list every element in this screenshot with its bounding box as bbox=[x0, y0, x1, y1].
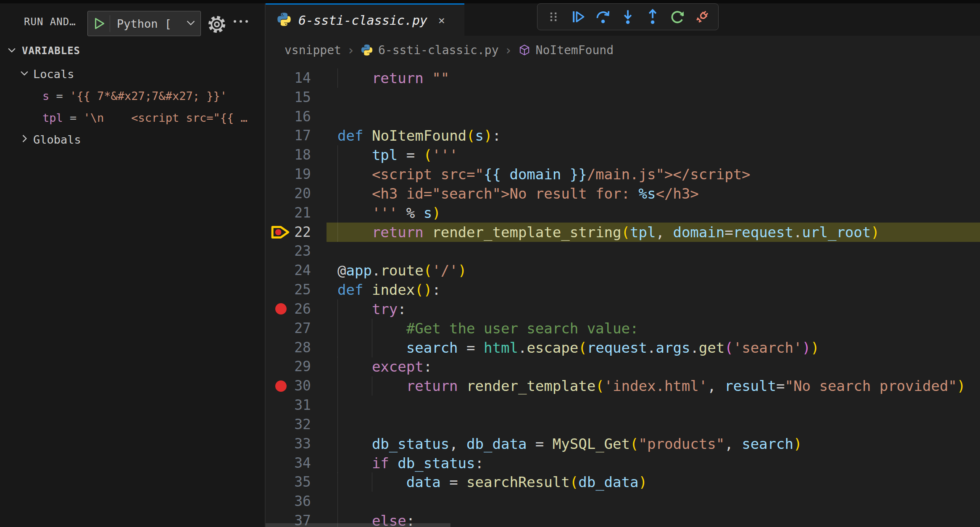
line-number[interactable]: 17 bbox=[274, 126, 311, 145]
code-line-17[interactable]: 17def NoItemFound(s): bbox=[266, 126, 980, 145]
chevron-down-icon[interactable] bbox=[6, 44, 18, 58]
start-debug-icon[interactable] bbox=[88, 16, 110, 31]
code-line-33[interactable]: 33 db_status, db_data = MySQL_Get("produ… bbox=[266, 434, 980, 454]
code-line-35[interactable]: 35 data = searchResult(db_data) bbox=[266, 472, 980, 492]
debug-config-label: Python [ bbox=[110, 17, 171, 30]
variable-row-tpl[interactable]: tpl = '\n <script src="{{ … bbox=[0, 107, 265, 128]
code-text: <h3 id="search">No result for: %s</h3> bbox=[337, 184, 699, 203]
line-number[interactable]: 21 bbox=[274, 203, 311, 223]
line-number[interactable]: 30 bbox=[274, 376, 311, 396]
chevron-down-icon[interactable] bbox=[184, 16, 197, 31]
code-text: @app.route('/') bbox=[337, 261, 466, 280]
code-line-15[interactable]: 15 bbox=[266, 88, 980, 107]
scope-row-globals[interactable]: Globals bbox=[0, 128, 265, 150]
line-number[interactable]: 36 bbox=[274, 492, 311, 511]
chevron-down-icon[interactable] bbox=[18, 67, 30, 81]
code-line-20[interactable]: 20 <h3 id="search">No result for: %s</h3… bbox=[266, 184, 980, 203]
line-number[interactable]: 22 bbox=[274, 223, 311, 242]
code-text: tpl = (''' bbox=[337, 145, 458, 165]
python-icon bbox=[277, 12, 292, 29]
toolbar-drag-handle-icon[interactable] bbox=[543, 7, 564, 27]
variables-header-label: VARIABLES bbox=[22, 45, 80, 57]
scope-label: Locals bbox=[33, 68, 74, 81]
line-number[interactable]: 20 bbox=[274, 184, 311, 203]
code-text: except: bbox=[337, 357, 432, 376]
code-text: return render_template('index.html', res… bbox=[337, 376, 965, 396]
line-number[interactable]: 26 bbox=[274, 299, 311, 319]
debug-restart-icon[interactable] bbox=[667, 7, 688, 27]
code-line-31[interactable]: 31 bbox=[266, 396, 980, 415]
code-line-28[interactable]: 28 search = html.escape(request.args.get… bbox=[266, 338, 980, 357]
line-number[interactable]: 29 bbox=[274, 357, 311, 376]
line-number[interactable]: 14 bbox=[274, 68, 311, 88]
breadcrumb-folder[interactable]: vsnippet bbox=[285, 43, 341, 57]
code-line-26[interactable]: 26 try: bbox=[266, 299, 980, 319]
line-number[interactable]: 34 bbox=[274, 454, 311, 473]
horizontal-scrollbar[interactable] bbox=[266, 523, 450, 527]
debug-toolbar bbox=[537, 3, 719, 30]
breadcrumb-symbol[interactable]: NoItemFound bbox=[536, 43, 614, 57]
line-number[interactable]: 33 bbox=[274, 434, 311, 454]
indent-guide bbox=[337, 492, 338, 511]
panel-title: RUN AND… bbox=[24, 16, 76, 28]
symbol-cube-icon bbox=[518, 44, 531, 56]
code-line-29[interactable]: 29 except: bbox=[266, 357, 980, 376]
indent-guide bbox=[337, 396, 338, 415]
debug-step-over-icon[interactable] bbox=[593, 7, 613, 27]
debug-disconnect-icon[interactable] bbox=[692, 7, 712, 27]
line-number[interactable]: 15 bbox=[274, 88, 311, 107]
ellipsis-icon[interactable] bbox=[234, 20, 248, 23]
code-line-18[interactable]: 18 tpl = (''' bbox=[266, 145, 980, 165]
close-icon[interactable]: ✕ bbox=[438, 14, 445, 26]
variables-section-header[interactable]: VARIABLES bbox=[0, 40, 265, 61]
settings-gear-icon[interactable] bbox=[208, 15, 226, 35]
code-line-21[interactable]: 21 ''' % s) bbox=[266, 203, 980, 223]
code-line-16[interactable]: 16 bbox=[266, 107, 980, 126]
line-number[interactable]: 24 bbox=[274, 261, 311, 280]
line-number[interactable]: 35 bbox=[274, 472, 311, 492]
variable-value: '\n <script src="{{ … bbox=[84, 111, 248, 124]
code-line-22[interactable]: 22 return render_template_string(tpl, do… bbox=[266, 223, 980, 242]
scope-row-locals[interactable]: Locals bbox=[0, 63, 265, 85]
code-text: return render_template_string(tpl, domai… bbox=[337, 223, 880, 242]
chevron-right-icon[interactable] bbox=[18, 133, 30, 146]
python-icon bbox=[361, 44, 373, 56]
code-line-25[interactable]: 25def index(): bbox=[266, 280, 980, 299]
code-line-24[interactable]: 24@app.route('/') bbox=[266, 261, 980, 280]
line-number[interactable]: 32 bbox=[274, 415, 311, 434]
line-number[interactable]: 27 bbox=[274, 319, 311, 338]
code-text: <script src="{{ domain }}/main.js"></scr… bbox=[337, 165, 751, 184]
code-line-27[interactable]: 27 #Get the user search value: bbox=[266, 319, 980, 338]
code-text: try: bbox=[337, 299, 406, 319]
code-line-36[interactable]: 36 bbox=[266, 492, 980, 511]
window-top-edge bbox=[0, 0, 980, 3]
tab-6-ssti-classic[interactable]: 6-ssti-classic.py ✕ bbox=[266, 3, 464, 36]
line-number[interactable]: 19 bbox=[274, 165, 311, 184]
code-line-34[interactable]: 34 if db_status: bbox=[266, 454, 980, 473]
code-line-30[interactable]: 30 return render_template('index.html', … bbox=[266, 376, 980, 396]
code-line-32[interactable]: 32 bbox=[266, 415, 980, 434]
line-number[interactable]: 31 bbox=[274, 396, 311, 415]
line-number[interactable]: 16 bbox=[274, 107, 311, 126]
breadcrumb: vsnippet › 6-ssti-classic.py › NoItemFou… bbox=[285, 39, 614, 61]
code-line-14[interactable]: 14 return "" bbox=[266, 68, 980, 88]
debug-step-into-icon[interactable] bbox=[618, 7, 638, 27]
code-line-19[interactable]: 19 <script src="{{ domain }}/main.js"></… bbox=[266, 165, 980, 184]
debug-continue-icon[interactable] bbox=[568, 7, 588, 27]
code-text: db_status, db_data = MySQL_Get("products… bbox=[337, 434, 802, 454]
line-number[interactable]: 23 bbox=[274, 241, 311, 261]
debug-step-out-icon[interactable] bbox=[643, 7, 663, 27]
chevron-right-icon: › bbox=[346, 43, 356, 58]
line-number[interactable]: 28 bbox=[274, 338, 311, 357]
debug-config-dropdown[interactable]: Python [ bbox=[87, 11, 201, 36]
code-line-23[interactable]: 23 bbox=[266, 241, 980, 261]
line-number[interactable]: 18 bbox=[274, 145, 311, 165]
code-text: def NoItemFound(s): bbox=[337, 126, 501, 145]
variable-row-s[interactable]: s = '{{ 7*&#x27;7&#x27; }}' bbox=[0, 85, 265, 107]
code-text: ''' % s) bbox=[337, 203, 441, 223]
variable-name: tpl bbox=[42, 111, 63, 124]
breadcrumb-file[interactable]: 6-ssti-classic.py bbox=[378, 43, 499, 57]
line-number[interactable]: 25 bbox=[274, 280, 311, 299]
scope-label: Globals bbox=[33, 133, 81, 146]
tab-title: 6-ssti-classic.py bbox=[298, 13, 427, 28]
